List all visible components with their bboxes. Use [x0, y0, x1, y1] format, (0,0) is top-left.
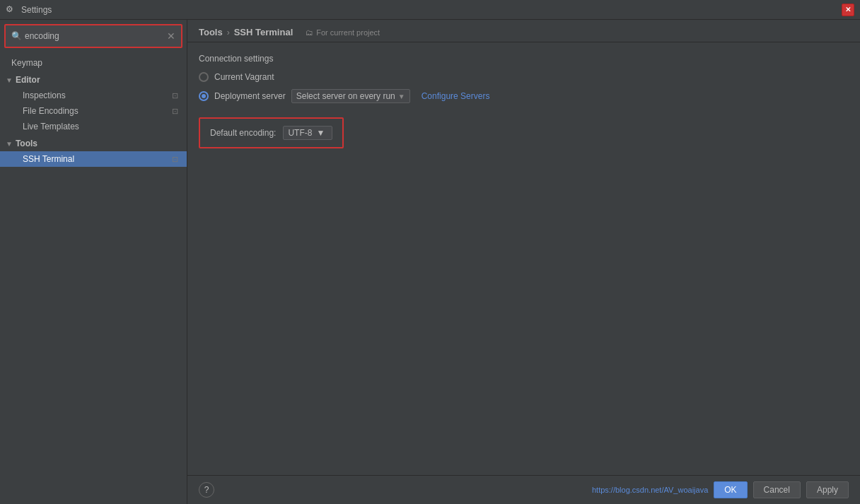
- footer-url: https://blog.csdn.net/AV_woaijava: [592, 486, 708, 494]
- search-icon: 🔍: [11, 31, 22, 41]
- footer-left: ?: [199, 482, 214, 498]
- tools-chevron-icon: ▼: [6, 140, 13, 148]
- deployment-server-row: Deployment server Select server on every…: [199, 89, 849, 103]
- sidebar-item-keymap-label: Keymap: [11, 58, 42, 68]
- sidebar-item-ssh-terminal[interactable]: SSH Terminal ⊡: [0, 151, 187, 167]
- footer: ? https://blog.csdn.net/AV_woaijava OK C…: [187, 475, 860, 504]
- search-input[interactable]: [25, 31, 164, 41]
- sidebar-item-inspections-label: Inspections: [23, 90, 66, 100]
- breadcrumb-current: SSH Terminal: [234, 27, 294, 37]
- sidebar-item-file-encodings-label: File Encodings: [23, 106, 79, 116]
- sidebar-item-live-templates[interactable]: Live Templates: [0, 119, 187, 134]
- configure-servers-link[interactable]: Configure Servers: [422, 91, 490, 101]
- deployment-server-label: Deployment server: [214, 91, 286, 101]
- ssh-terminal-scope-icon: ⊡: [172, 155, 178, 164]
- current-vagrant-radio[interactable]: [199, 72, 209, 82]
- apply-button[interactable]: Apply: [806, 481, 849, 498]
- app-icon: ⚙: [6, 4, 17, 16]
- current-vagrant-row: Current Vagrant: [199, 72, 849, 82]
- inspections-scope-icon: ⊡: [172, 91, 178, 100]
- ok-button[interactable]: OK: [714, 481, 747, 498]
- content-body: Connection settings Current Vagrant Depl…: [187, 42, 860, 475]
- title-bar: ⚙ Settings ✕: [0, 0, 860, 20]
- title-bar-left: ⚙ Settings: [6, 4, 52, 16]
- search-clear-icon[interactable]: ✕: [167, 31, 175, 41]
- server-dropdown-value: Select server on every run: [296, 91, 395, 101]
- help-button[interactable]: ?: [199, 482, 214, 498]
- footer-right: https://blog.csdn.net/AV_woaijava OK Can…: [592, 481, 849, 498]
- connection-settings: Connection settings Current Vagrant Depl…: [199, 54, 849, 103]
- project-icon: 🗂: [306, 28, 313, 37]
- sidebar-item-ssh-terminal-label: SSH Terminal: [23, 154, 74, 164]
- sidebar-group-tools[interactable]: ▼ Tools: [0, 134, 187, 151]
- server-dropdown[interactable]: Select server on every run ▼: [291, 89, 410, 103]
- breadcrumb-tools: Tools: [199, 27, 223, 37]
- sidebar-group-editor[interactable]: ▼ Editor: [0, 71, 187, 88]
- current-vagrant-label: Current Vagrant: [214, 72, 274, 82]
- title-bar-controls: ✕: [842, 4, 854, 16]
- content-header: Tools › SSH Terminal 🗂 For current proje…: [187, 20, 860, 42]
- deployment-server-radio[interactable]: [199, 91, 209, 101]
- encoding-dropdown-value: UTF-8: [288, 128, 312, 138]
- search-box[interactable]: 🔍 ✕: [4, 24, 182, 48]
- sidebar: 🔍 ✕ Keymap ▼ Editor Inspections ⊡ File E…: [0, 20, 187, 504]
- dropdown-arrow-icon: ▼: [398, 93, 405, 100]
- default-encoding-label: Default encoding:: [210, 128, 276, 138]
- sidebar-item-file-encodings[interactable]: File Encodings ⊡: [0, 103, 187, 119]
- sidebar-item-keymap[interactable]: Keymap: [0, 55, 187, 71]
- sidebar-content: Keymap ▼ Editor Inspections ⊡ File Encod…: [0, 52, 187, 504]
- connection-settings-title: Connection settings: [199, 54, 849, 64]
- sidebar-item-inspections[interactable]: Inspections ⊡: [0, 88, 187, 103]
- title-bar-title: Settings: [21, 5, 52, 15]
- main-layout: 🔍 ✕ Keymap ▼ Editor Inspections ⊡ File E…: [0, 20, 860, 504]
- encoding-section: Default encoding: UTF-8 ▼: [199, 117, 344, 148]
- close-button[interactable]: ✕: [842, 4, 854, 16]
- content-area: Tools › SSH Terminal 🗂 For current proje…: [187, 20, 860, 504]
- encoding-dropdown[interactable]: UTF-8 ▼: [283, 126, 332, 140]
- file-encodings-scope-icon: ⊡: [172, 107, 178, 116]
- editor-chevron-icon: ▼: [6, 76, 13, 84]
- encoding-dropdown-arrow-icon: ▼: [316, 128, 325, 138]
- cancel-button[interactable]: Cancel: [753, 481, 801, 498]
- for-current-project: 🗂 For current project: [306, 28, 380, 37]
- sidebar-group-editor-label: Editor: [16, 75, 40, 85]
- breadcrumb-arrow: ›: [227, 28, 230, 37]
- sidebar-item-live-templates-label: Live Templates: [23, 122, 79, 131]
- sidebar-group-tools-label: Tools: [16, 139, 37, 148]
